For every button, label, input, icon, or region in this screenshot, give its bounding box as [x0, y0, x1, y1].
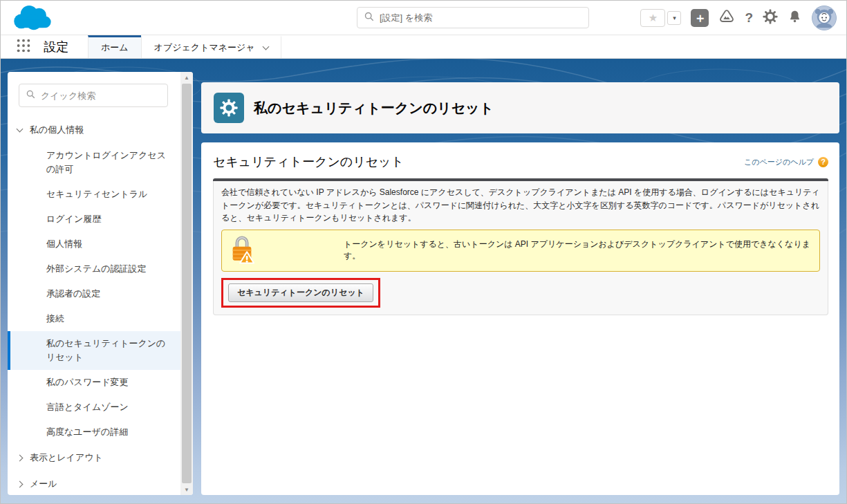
page-title: 私のセキュリティトークンのリセット [254, 99, 494, 118]
salesforce-setup-window: ★ ▾ ＋ ? [0, 0, 847, 504]
section-title: セキュリティトークンのリセット [213, 153, 404, 170]
sidebar-item-language-timezone[interactable]: 言語とタイムゾーン [8, 395, 180, 420]
gear-icon [220, 99, 238, 117]
question-mark-icon: ? [745, 10, 753, 25]
setup-nav-bar: 設定 ホーム オブジェクトマネージャ [1, 35, 846, 59]
sidebar-item-email[interactable]: メール [8, 471, 180, 495]
sidebar-item-label: 私の個人情報 [30, 123, 84, 137]
notifications-button[interactable] [788, 9, 802, 27]
main-content-card: セキュリティトークンのリセット このページのヘルプ ? 会社で信頼されていない … [201, 142, 839, 495]
quick-find-box [19, 84, 168, 107]
sidebar-item-label: 高度なユーザの詳細 [46, 427, 128, 437]
chevron-down-icon[interactable] [262, 44, 269, 50]
sidebar-item-label: 個人情報 [46, 239, 82, 249]
lock-warning-icon [229, 234, 255, 268]
sidebar-item-label: 接続 [46, 313, 64, 324]
tab-label: ホーム [101, 41, 129, 54]
sidebar-item-personal-information[interactable]: 個人情報 [8, 232, 180, 256]
sidebar-item-label: 私のパスワード変更 [46, 377, 129, 387]
bell-icon [788, 9, 802, 24]
page-header: 私のセキュリティトークンのリセット [201, 82, 839, 133]
quick-find-input[interactable] [41, 91, 162, 101]
favorites-control: ★ ▾ [640, 9, 681, 27]
reset-security-token-button[interactable]: セキュリティトークンのリセット [228, 283, 373, 302]
user-avatar[interactable] [812, 6, 837, 30]
setup-gear-button[interactable] [763, 9, 778, 27]
waffle-icon [16, 38, 31, 53]
sidebar-item-display-layout[interactable]: 表示とレイアウト [8, 445, 180, 471]
app-launcher-button[interactable] [16, 38, 31, 56]
sidebar-item-label: 外部システムの認証設定 [46, 263, 147, 274]
sidebar-item-label: 表示とレイアウト [30, 451, 103, 465]
sidebar-scrollbar[interactable]: ▲ ▼ [180, 72, 193, 495]
scroll-up-arrow[interactable]: ▲ [180, 72, 193, 83]
sidebar-item-reset-security-token[interactable]: 私のセキュリティトークンのリセット [8, 331, 180, 370]
sidebar-item-label: アカウントログインアクセスの許可 [46, 150, 166, 174]
sidebar-item-label: 言語とタイムゾーン [46, 402, 129, 412]
global-search-input[interactable] [380, 12, 581, 23]
sidebar-item-external-system-auth[interactable]: 外部システムの認証設定 [8, 256, 180, 281]
sidebar-item-label: 私のセキュリティトークンのリセット [46, 338, 165, 362]
sidebar-item-approver-settings[interactable]: 承認者の設定 [8, 281, 180, 306]
warning-box: トークンをリセットすると、古いトークンは API アプリケーションおよびデスクト… [221, 230, 820, 272]
help-badge-icon: ? [818, 157, 828, 167]
mountain-shield-icon [718, 8, 735, 25]
help-button[interactable]: ? [745, 10, 753, 26]
sidebar-item-my-personal-info[interactable]: 私の個人情報 [8, 117, 180, 143]
global-header: ★ ▾ ＋ ? [1, 1, 846, 35]
app-name-label: 設定 [44, 39, 68, 55]
plus-icon: ＋ [694, 12, 706, 24]
global-search-box [357, 7, 589, 28]
warning-text: トークンをリセットすると、古いトークンは API アプリケーションおよびデスクト… [344, 239, 812, 262]
chevron-right-icon [17, 454, 24, 461]
tab-object-manager[interactable]: オブジェクトマネージャ [141, 35, 281, 58]
sidebar-item-advanced-user-details[interactable]: 高度なユーザの詳細 [8, 420, 180, 445]
scroll-down-arrow[interactable]: ▼ [180, 484, 193, 495]
salesforce-logo-icon[interactable] [12, 4, 52, 32]
sidebar-item-account-login-access[interactable]: アカウントログインアクセスの許可 [8, 143, 180, 182]
tab-home[interactable]: ホーム [88, 35, 141, 58]
star-icon: ★ [649, 12, 658, 24]
astro-avatar-icon [812, 6, 836, 30]
favorite-star-button[interactable]: ★ [640, 9, 665, 27]
reset-token-block: 会社で信頼されていない IP アドレスから Salesforce にアクセスして… [213, 178, 828, 315]
sidebar-item-change-my-password[interactable]: 私のパスワード変更 [8, 370, 180, 395]
chevron-down-icon: ▾ [673, 15, 676, 21]
global-actions-button[interactable]: ＋ [691, 9, 709, 27]
search-icon [26, 89, 35, 102]
scrollbar-thumb[interactable] [182, 84, 192, 483]
sidebar-item-connections[interactable]: 接続 [8, 306, 180, 331]
setup-tree: 私の個人情報 アカウントログインアクセスの許可 セキュリティセントラル ログイン… [8, 117, 180, 495]
token-description-text: 会社で信頼されていない IP アドレスから Salesforce にアクセスして… [221, 186, 820, 225]
sidebar-item-label: メール [30, 477, 57, 491]
guidance-center-button[interactable] [718, 8, 735, 28]
annotation-highlight-box: セキュリティトークンのリセット [221, 278, 380, 308]
page-help-link[interactable]: このページのヘルプ ? [744, 157, 828, 167]
favorites-dropdown-button[interactable]: ▾ [667, 11, 681, 25]
sidebar-item-label: 承認者の設定 [46, 288, 100, 299]
help-link-label: このページのヘルプ [744, 157, 814, 167]
setup-tile [214, 93, 244, 123]
gear-icon [763, 9, 778, 24]
sidebar-item-login-history[interactable]: ログイン履歴 [8, 207, 180, 232]
setup-sidebar: 私の個人情報 アカウントログインアクセスの許可 セキュリティセントラル ログイン… [8, 72, 193, 495]
sidebar-item-label: セキュリティセントラル [46, 189, 147, 199]
sidebar-item-security-central[interactable]: セキュリティセントラル [8, 182, 180, 207]
sidebar-item-label: ログイン履歴 [46, 214, 101, 224]
chevron-right-icon [17, 480, 24, 487]
chevron-down-icon [17, 126, 24, 133]
search-icon [364, 12, 374, 24]
tab-label: オブジェクトマネージャ [154, 41, 255, 54]
